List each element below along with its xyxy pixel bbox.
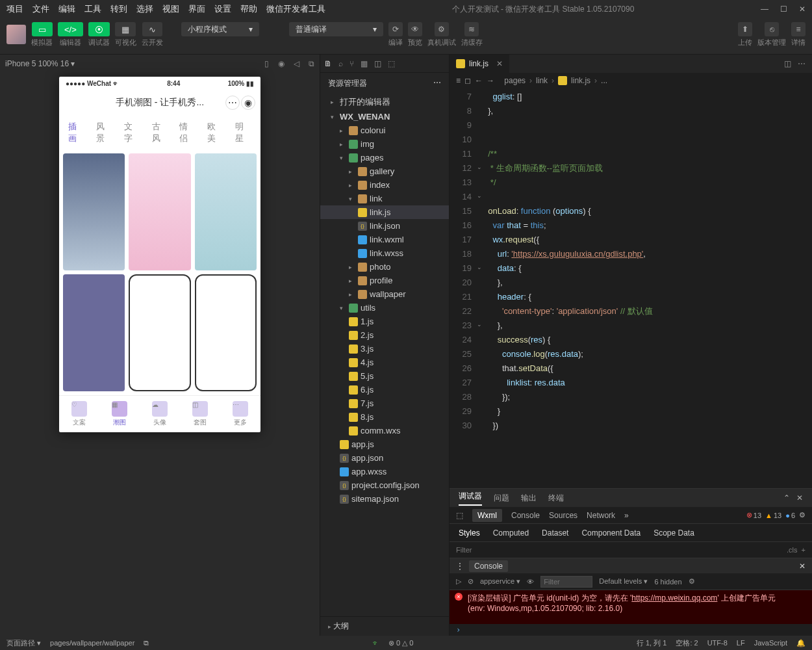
module-icon[interactable]: ▦ xyxy=(361,59,368,68)
page-path-label[interactable]: 页面路径 ▾ xyxy=(6,638,41,648)
menu-edit[interactable]: 编辑 xyxy=(58,3,75,15)
menu-wechat[interactable]: 微信开发者工具 xyxy=(266,3,325,15)
menu-goto[interactable]: 转到 xyxy=(110,3,127,15)
version-icon[interactable]: ⎋ xyxy=(765,22,779,36)
nav-more[interactable]: ⋯更多 xyxy=(233,401,248,427)
open-editors-section[interactable]: ▸打开的编辑器 xyxy=(320,94,449,110)
menu-select[interactable]: 选择 xyxy=(136,3,153,15)
gear-icon[interactable]: ⚙ xyxy=(799,511,806,519)
editor-button[interactable]: </> xyxy=(58,22,83,36)
panel-close-icon[interactable]: ✕ xyxy=(796,493,803,502)
network-tab[interactable]: Network xyxy=(587,511,615,520)
context-select[interactable]: appservice ▾ xyxy=(480,577,520,586)
warn-badge[interactable]: ▲13 xyxy=(765,511,781,519)
console-toggle-icon[interactable]: ⋮ xyxy=(456,562,464,571)
file-7js[interactable]: 7.js xyxy=(320,396,449,410)
cut-icon[interactable]: ⧉ xyxy=(309,59,314,68)
sources-tab[interactable]: Sources xyxy=(549,511,577,520)
file-sitemap[interactable]: {}sitemap.json xyxy=(320,492,449,506)
console-prompt[interactable]: › xyxy=(450,624,812,636)
mode-select[interactable]: 小程序模式▾ xyxy=(181,22,259,36)
bell-icon[interactable]: 🔔 xyxy=(796,639,806,647)
console-tab[interactable]: Console xyxy=(511,511,540,520)
tab-star[interactable]: 明星 xyxy=(235,121,251,144)
wallpaper-thumb[interactable] xyxy=(129,274,190,391)
folder-colorui[interactable]: ▸colorui xyxy=(320,124,449,137)
wallpaper-thumb[interactable] xyxy=(63,274,125,391)
tab-illustration[interactable]: 插画 xyxy=(68,121,84,144)
wallpaper-thumb[interactable] xyxy=(63,153,125,270)
component-data-tab[interactable]: Component Data xyxy=(581,528,641,538)
console-close-icon[interactable]: ✕ xyxy=(799,562,806,571)
indent-info[interactable]: 空格: 2 xyxy=(676,638,698,648)
dataset-tab[interactable]: Dataset xyxy=(542,528,568,538)
language-mode[interactable]: JavaScript xyxy=(754,639,787,647)
console-drawer-tab[interactable]: Console xyxy=(469,560,508,572)
panel-up-icon[interactable]: ⌃ xyxy=(783,493,790,502)
compile-icon[interactable]: ⟳ xyxy=(388,22,403,36)
debugger-button[interactable]: ⦿ xyxy=(88,22,110,36)
nav-album[interactable]: ◫套图 xyxy=(192,401,208,427)
close-tab-icon[interactable]: ✕ xyxy=(496,59,503,68)
mute-icon[interactable]: ◁ xyxy=(294,59,299,68)
branch-icon[interactable]: ⑂ xyxy=(349,59,354,68)
more-icon[interactable]: ⋯ xyxy=(433,78,441,89)
breadcrumb[interactable]: ≡ ◻ ← → pages› link› link.js› ... xyxy=(450,73,812,88)
file-project-config[interactable]: {}project.config.json xyxy=(320,478,449,492)
simulator-button[interactable]: ▭ xyxy=(32,22,53,36)
file-comm-wxs[interactable]: comm.wxs xyxy=(320,424,449,437)
nav-fwd-icon[interactable]: → xyxy=(487,76,494,85)
list-icon[interactable]: ≡ xyxy=(456,76,461,85)
folder-wallpaper[interactable]: ▸wallpaper xyxy=(320,287,449,301)
file-app-js[interactable]: app.js xyxy=(320,437,449,451)
debugger-tab[interactable]: 调试器 xyxy=(459,491,482,506)
folder-index[interactable]: ▸index xyxy=(320,178,449,192)
project-root[interactable]: ▾WX_WENAN xyxy=(320,110,449,124)
file-link-wxml[interactable]: link.wxml xyxy=(320,233,449,246)
nav-text[interactable]: ♡文案 xyxy=(71,401,87,427)
plugin-icon[interactable]: ⬚ xyxy=(388,59,395,68)
folder-gallery[interactable]: ▸gallery xyxy=(320,164,449,178)
nav-avatar[interactable]: ☁头像 xyxy=(152,401,168,427)
copy-icon[interactable]: ⧉ xyxy=(144,639,149,647)
user-avatar[interactable] xyxy=(6,25,26,44)
file-link-json[interactable]: {}link.json xyxy=(320,219,449,233)
nav-wallpaper[interactable]: ▦潮图 xyxy=(112,401,127,427)
bookmark-icon[interactable]: ◻ xyxy=(464,76,471,85)
wallpaper-thumb[interactable] xyxy=(195,274,257,391)
menu-tool[interactable]: 工具 xyxy=(84,3,101,15)
menu-file[interactable]: 文件 xyxy=(32,3,49,15)
minimize-icon[interactable]: ― xyxy=(761,5,768,14)
wallpaper-thumb[interactable] xyxy=(129,153,190,270)
folder-utils[interactable]: ▾utils xyxy=(320,301,449,315)
output-tab[interactable]: 输出 xyxy=(521,493,537,504)
eol[interactable]: LF xyxy=(737,639,745,647)
capsule-menu-icon[interactable]: ⋯ xyxy=(225,96,240,110)
menu-view[interactable]: 视图 xyxy=(162,3,179,15)
editor-tab-linkjs[interactable]: link.js ✕ xyxy=(450,55,509,73)
compile-select[interactable]: 普通编译▾ xyxy=(289,22,383,36)
menu-interface[interactable]: 界面 xyxy=(188,3,205,15)
code-content[interactable]: gglist: [] }, /** * 生命周期函数--监听页面加载 */ on… xyxy=(483,88,812,488)
files-icon[interactable]: 🗎 xyxy=(324,59,332,68)
tab-ancient[interactable]: 古风 xyxy=(152,121,168,144)
scope-data-tab[interactable]: Scope Data xyxy=(653,528,694,538)
console-clear-icon[interactable]: ⊘ xyxy=(468,577,474,586)
maximize-icon[interactable]: ☐ xyxy=(780,5,787,14)
more-tabs-icon[interactable]: » xyxy=(624,511,629,520)
wifi-icon[interactable]: ᯤ xyxy=(372,639,379,647)
search-icon[interactable]: ⌕ xyxy=(338,59,343,68)
cursor-position[interactable]: 行 1, 列 1 xyxy=(637,638,666,648)
cls-toggle[interactable]: .cls xyxy=(787,546,798,554)
levels-select[interactable]: Default levels ▾ xyxy=(599,577,648,586)
wallpaper-thumb[interactable] xyxy=(195,153,257,270)
remote-debug-icon[interactable]: ⚙ xyxy=(435,22,449,36)
styles-tab[interactable]: Styles xyxy=(459,528,480,538)
close-icon[interactable]: ✕ xyxy=(799,5,806,14)
file-link-wxss[interactable]: link.wxss xyxy=(320,246,449,260)
cloud-button[interactable]: ∿ xyxy=(142,22,162,36)
folder-pages[interactable]: ▾pages xyxy=(320,151,449,164)
tab-western[interactable]: 欧美 xyxy=(207,121,223,144)
tab-text[interactable]: 文字 xyxy=(124,121,140,144)
outline-section[interactable]: ▸ 大纲 xyxy=(320,616,449,636)
